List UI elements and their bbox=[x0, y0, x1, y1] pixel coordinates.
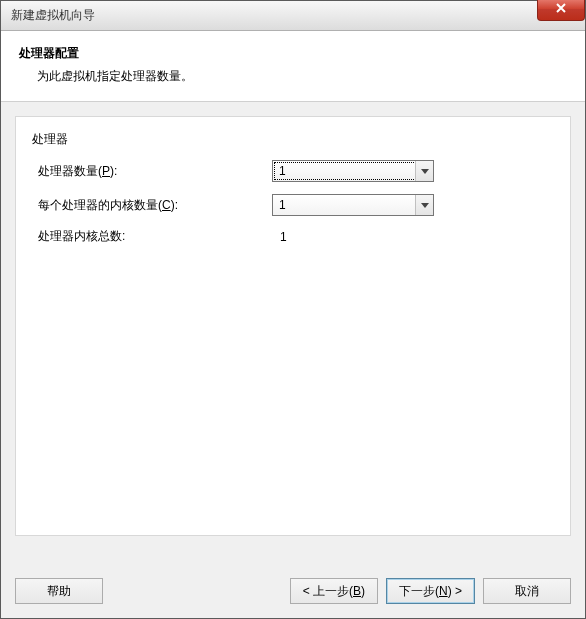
back-button[interactable]: < 上一步(B) bbox=[290, 578, 378, 604]
cores-per-processor-label: 每个处理器的内核数量(C): bbox=[32, 197, 272, 214]
window-title: 新建虚拟机向导 bbox=[11, 7, 95, 24]
processor-group: 处理器 处理器数量(P): 1 每个处理器的内核数量(C): 1 bbox=[15, 116, 571, 536]
total-cores-label: 处理器内核总数: bbox=[32, 228, 272, 245]
cores-per-processor-value: 1 bbox=[279, 198, 286, 212]
close-button[interactable] bbox=[537, 0, 585, 21]
processor-count-row: 处理器数量(P): 1 bbox=[32, 160, 554, 182]
help-button[interactable]: 帮助 bbox=[15, 578, 103, 604]
total-cores-value: 1 bbox=[272, 230, 287, 244]
chevron-down-icon bbox=[415, 161, 433, 181]
close-icon bbox=[555, 2, 567, 17]
titlebar: 新建虚拟机向导 bbox=[1, 1, 585, 31]
page-subtitle: 为此虚拟机指定处理器数量。 bbox=[37, 68, 567, 85]
page-title: 处理器配置 bbox=[19, 45, 567, 62]
processor-count-combo[interactable]: 1 bbox=[272, 160, 434, 182]
processor-count-label: 处理器数量(P): bbox=[32, 163, 272, 180]
cores-per-processor-combo[interactable]: 1 bbox=[272, 194, 434, 216]
next-button[interactable]: 下一步(N) > bbox=[386, 578, 475, 604]
chevron-down-icon bbox=[415, 195, 433, 215]
group-label: 处理器 bbox=[32, 131, 554, 148]
button-bar: 帮助 < 上一步(B) 下一步(N) > 取消 bbox=[1, 566, 585, 618]
wizard-window: 新建虚拟机向导 处理器配置 为此虚拟机指定处理器数量。 处理器 处理器数量(P)… bbox=[0, 0, 586, 619]
content-area: 处理器 处理器数量(P): 1 每个处理器的内核数量(C): 1 bbox=[1, 102, 585, 566]
processor-count-value: 1 bbox=[279, 164, 286, 178]
wizard-header: 处理器配置 为此虚拟机指定处理器数量。 bbox=[1, 31, 585, 102]
cancel-button[interactable]: 取消 bbox=[483, 578, 571, 604]
cores-per-processor-row: 每个处理器的内核数量(C): 1 bbox=[32, 194, 554, 216]
total-cores-row: 处理器内核总数: 1 bbox=[32, 228, 554, 245]
